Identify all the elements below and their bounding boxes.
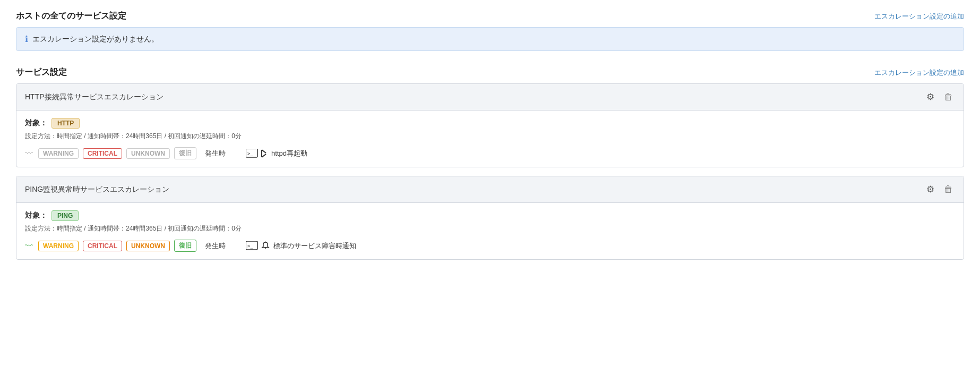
- http-escalation-card: HTTP接続異常サービスエスカレーション ⚙ 🗑 対象： HTTP 設定方法：時…: [16, 83, 964, 167]
- service-section-title: サービス設定: [16, 67, 67, 78]
- http-card-body: 対象： HTTP 設定方法：時間指定 / 通知時間帯：24時間365日 / 初回…: [16, 111, 964, 167]
- host-section-title: ホストの全てのサービス設定: [16, 11, 126, 22]
- ping-warning-badge: WARNING: [38, 241, 79, 251]
- ping-occurrence-text: 発生時: [205, 241, 226, 251]
- ping-card-actions: ⚙ 🗑: [924, 183, 955, 196]
- svg-text:>_: >_: [247, 151, 253, 156]
- http-critical-badge: CRITICAL: [83, 148, 122, 159]
- ping-delete-button[interactable]: 🗑: [942, 183, 955, 196]
- ping-bell-icon: [261, 240, 270, 251]
- http-status-row: 〰 WARNING CRITICAL UNKNOWN 復旧 発生時 >_: [25, 147, 955, 159]
- http-settings-button[interactable]: ⚙: [924, 90, 936, 104]
- http-terminal-icon: >_: [246, 148, 259, 159]
- ping-target-tag: PING: [51, 210, 79, 221]
- ping-terminal-icon: >_: [246, 240, 259, 251]
- http-unknown-badge: UNKNOWN: [126, 148, 170, 159]
- service-section-header: サービス設定 エスカレーション設定の追加: [16, 67, 964, 78]
- info-icon: ℹ: [25, 34, 28, 44]
- http-recovery-badge: 復旧: [174, 147, 196, 159]
- ping-status-row: 〰 WARNING CRITICAL UNKNOWN 復旧 発生時 >_: [25, 240, 955, 252]
- http-script-icon: [260, 148, 268, 158]
- http-config-text: 設定方法：時間指定 / 通知時間帯：24時間365日 / 初回通知の遅延時間：0…: [25, 132, 955, 141]
- http-card-title: HTTP接続異常サービスエスカレーション: [25, 92, 164, 102]
- http-occurrence-text: 発生時: [205, 149, 226, 158]
- http-card-actions: ⚙ 🗑: [924, 90, 955, 104]
- ping-target-label: 対象：: [25, 211, 47, 220]
- svg-line-4: [262, 154, 266, 157]
- host-add-escalation-link[interactable]: エスカレーション設定の追加: [874, 12, 964, 21]
- svg-point-9: [265, 242, 266, 243]
- ping-recovery-badge: 復旧: [174, 240, 196, 252]
- http-warning-badge: WARNING: [38, 148, 79, 159]
- ping-settings-button[interactable]: ⚙: [924, 183, 936, 196]
- ping-unknown-badge: UNKNOWN: [126, 241, 170, 251]
- ping-action-text: 標準のサービス障害時通知: [273, 241, 356, 251]
- http-action-area: >_ httpd再起動: [246, 148, 307, 159]
- svg-line-3: [262, 150, 266, 153]
- http-target-label: 対象：: [25, 118, 47, 128]
- ping-config-text: 設定方法：時間指定 / 通知時間帯：24時間365日 / 初回通知の遅延時間：0…: [25, 224, 955, 233]
- ping-wave-icon: 〰: [25, 241, 33, 250]
- ping-critical-badge: CRITICAL: [83, 241, 122, 251]
- ping-card-header: PING監視異常時サービスエスカレーション ⚙ 🗑: [16, 176, 964, 203]
- ping-target-row: 対象： PING: [25, 210, 955, 221]
- ping-escalation-card: PING監視異常時サービスエスカレーション ⚙ 🗑 対象： PING 設定方法：…: [16, 176, 964, 260]
- http-target-row: 対象： HTTP: [25, 118, 955, 129]
- ping-card-body: 対象： PING 設定方法：時間指定 / 通知時間帯：24時間365日 / 初回…: [16, 203, 964, 259]
- service-section: サービス設定 エスカレーション設定の追加 HTTP接続異常サービスエスカレーショ…: [16, 67, 964, 260]
- http-card-header: HTTP接続異常サービスエスカレーション ⚙ 🗑: [16, 84, 964, 111]
- ping-action-area: >_ 標準のサービス障害時通知: [246, 240, 356, 251]
- service-add-escalation-link[interactable]: エスカレーション設定の追加: [874, 68, 964, 78]
- svg-text:>_: >_: [247, 243, 253, 249]
- http-action-text: httpd再起動: [271, 149, 307, 158]
- host-section-header: ホストの全てのサービス設定 エスカレーション設定の追加: [16, 11, 964, 22]
- host-info-box: ℹ エスカレーション設定がありません。: [16, 27, 964, 51]
- host-section: ホストの全てのサービス設定 エスカレーション設定の追加 ℹ エスカレーション設定…: [16, 11, 964, 51]
- http-delete-button[interactable]: 🗑: [942, 91, 955, 104]
- ping-card-title: PING監視異常時サービスエスカレーション: [25, 185, 169, 194]
- http-wave-icon: 〰: [25, 149, 33, 158]
- host-info-message: エスカレーション設定がありません。: [32, 35, 159, 44]
- http-target-tag: HTTP: [51, 118, 80, 129]
